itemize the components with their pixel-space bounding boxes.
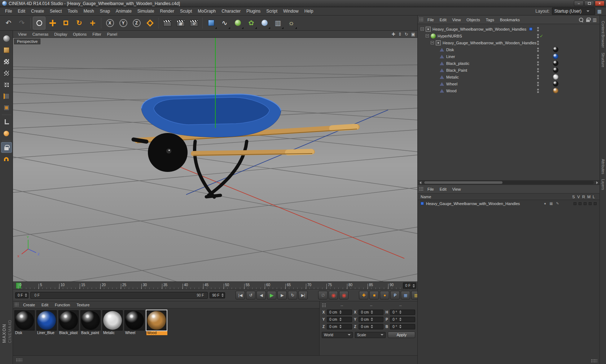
material-menu-item[interactable]: Function xyxy=(52,302,73,308)
layout-select[interactable]: Startup (User) xyxy=(552,8,595,15)
menu-item[interactable]: Select xyxy=(47,8,65,15)
menu-item[interactable]: Render xyxy=(157,8,177,15)
texture-mode-button[interactable] xyxy=(1,56,12,67)
render-view-button[interactable] xyxy=(161,17,174,30)
object-manager-menu-item[interactable]: Bookmarks xyxy=(497,17,523,23)
material-item[interactable]: Disk xyxy=(14,310,35,335)
tab-content-browser[interactable]: Content Browser xyxy=(601,18,605,50)
object-manager-menu-item[interactable]: File xyxy=(425,17,437,23)
axis-center-button[interactable] xyxy=(1,128,12,139)
material-item[interactable]: Wheel xyxy=(124,310,145,335)
viewport-menu-item[interactable]: Filter xyxy=(89,31,104,37)
add-cube-menu[interactable] xyxy=(205,17,218,30)
current-frame-field[interactable]: 0 F xyxy=(403,283,416,289)
tab-attributes[interactable]: Attributes xyxy=(601,156,605,177)
menu-item[interactable]: Snap xyxy=(97,8,113,15)
scrollbar-thumb[interactable] xyxy=(424,181,502,184)
points-mode-button[interactable] xyxy=(1,79,12,90)
visibility-dots-icon[interactable] xyxy=(537,61,539,66)
manager-toggle[interactable] xyxy=(589,202,592,205)
collapse-icon[interactable] xyxy=(431,41,434,44)
search-icon[interactable] xyxy=(579,17,583,22)
visibility-dots-icon[interactable] xyxy=(537,54,539,59)
menu-item[interactable]: Mesh xyxy=(80,8,97,15)
dock-icon[interactable]: ▥ xyxy=(593,17,597,22)
tree-row[interactable]: Heavy_Gauge_Wheelbarrow_with_Wooden_Hand… xyxy=(418,39,600,46)
texture-tag-icon[interactable] xyxy=(553,88,558,93)
collapse-icon[interactable] xyxy=(421,27,424,31)
object-manager-menu-item[interactable]: View xyxy=(449,17,464,23)
collapse-icon[interactable] xyxy=(426,34,429,37)
menu-item[interactable]: Help xyxy=(302,8,316,15)
size-field[interactable]: 0 cm xyxy=(359,324,384,329)
render-settings-button[interactable]: ⚙ xyxy=(188,17,200,30)
snapping-button[interactable] xyxy=(1,154,12,164)
menu-item[interactable]: Character xyxy=(219,8,243,15)
material-item[interactable]: Liner_Blue xyxy=(36,310,57,335)
position-field[interactable]: 0 cm xyxy=(327,310,352,315)
menu-item[interactable]: File xyxy=(2,8,15,15)
layer-row[interactable]: Heavy_Gauge_Wheelbarrow_with_Wooden_Hand… xyxy=(418,200,600,207)
tree-row[interactable]: Wood ✓ xyxy=(418,87,600,94)
visibility-dots-icon[interactable] xyxy=(537,82,539,86)
record-scale-toggle[interactable]: ■ xyxy=(369,291,379,299)
edges-mode-button[interactable] xyxy=(1,91,12,102)
visibility-dots-icon[interactable] xyxy=(537,34,539,38)
visibility-dot-icon[interactable]: ● xyxy=(544,201,546,205)
viewport-menu-item[interactable]: Cameras xyxy=(30,31,52,37)
panel-handle-icon[interactable] xyxy=(591,359,597,363)
add-light-menu[interactable]: ☼ xyxy=(285,17,298,30)
visibility-dots-icon[interactable] xyxy=(537,75,539,79)
viewport[interactable]: Perspective xyxy=(13,38,417,282)
keyframe-selection-button[interactable]: ▦ xyxy=(401,291,410,299)
model-mode-button[interactable] xyxy=(1,45,12,56)
layer-menu-item[interactable]: View xyxy=(449,186,464,192)
texture-tag-icon[interactable] xyxy=(553,81,558,86)
material-menu-item[interactable]: Create xyxy=(20,302,38,308)
panel-handle-icon[interactable] xyxy=(322,303,326,308)
render-icon[interactable]: ▦ xyxy=(549,201,553,205)
record-position-toggle[interactable]: ✚ xyxy=(359,291,368,299)
tree-row[interactable]: Liner ✓ xyxy=(418,53,600,60)
lock-workplane-button[interactable] xyxy=(1,142,12,153)
viewport-menu-item[interactable]: Options xyxy=(70,31,89,37)
range-end-field[interactable]: 90 F xyxy=(210,292,225,298)
add-spline-menu[interactable]: ∿ xyxy=(218,17,231,30)
viewport-menu-item[interactable]: Display xyxy=(51,31,70,37)
pan-view-icon[interactable]: ✚ xyxy=(391,32,395,37)
layer-menu-item[interactable]: Edit xyxy=(437,186,449,192)
tree-row[interactable]: Black_Paint ✓ xyxy=(418,67,600,74)
move-tool[interactable] xyxy=(46,17,59,30)
menu-item[interactable]: Sculpt xyxy=(177,8,195,15)
polygons-mode-button[interactable] xyxy=(1,102,12,113)
timeline-ruler[interactable]: 051015202530354045505560657075808590 0 F xyxy=(13,282,417,289)
add-environment-menu[interactable] xyxy=(258,17,271,30)
solo-toggle[interactable] xyxy=(574,202,576,205)
menu-item[interactable]: Plugins xyxy=(243,8,263,15)
workplane-mode-button[interactable] xyxy=(1,68,12,79)
rotation-field[interactable]: 0 ° xyxy=(390,310,415,315)
record-disabled-button[interactable]: ∅ xyxy=(318,291,328,299)
visibility-dots-icon[interactable] xyxy=(537,68,539,72)
scrollbar-track[interactable] xyxy=(423,181,594,184)
lock-x-axis-button[interactable]: X xyxy=(104,17,116,30)
tree-row[interactable]: Heavy_Gauge_Wheelbarrow_with_Wooden_Hand… xyxy=(418,26,600,32)
record-parameter-toggle[interactable]: P xyxy=(390,291,400,299)
visibility-dots-icon[interactable] xyxy=(537,89,539,93)
record-rotation-toggle[interactable]: ● xyxy=(380,291,389,299)
layer-menu-item[interactable]: File xyxy=(425,186,437,192)
tree-row[interactable]: Metalic ✓ xyxy=(418,74,600,80)
menu-item[interactable]: Create xyxy=(28,8,47,15)
last-tool-button[interactable] xyxy=(86,17,99,30)
material-item[interactable]: Wood xyxy=(146,310,167,335)
panel-handle-icon[interactable] xyxy=(419,187,423,191)
lock-toggle[interactable] xyxy=(594,202,597,205)
texture-tag-icon[interactable] xyxy=(553,74,558,80)
visibility-dots-icon[interactable] xyxy=(537,41,539,45)
next-frame-button[interactable]: ▶ xyxy=(277,291,287,299)
lock-z-axis-button[interactable]: Z xyxy=(130,17,143,30)
panel-handle-icon[interactable] xyxy=(419,17,423,22)
menu-item[interactable]: Animate xyxy=(113,8,135,15)
minimize-button[interactable]: – xyxy=(574,1,584,6)
object-manager-menu-item[interactable]: Tags xyxy=(483,17,497,23)
